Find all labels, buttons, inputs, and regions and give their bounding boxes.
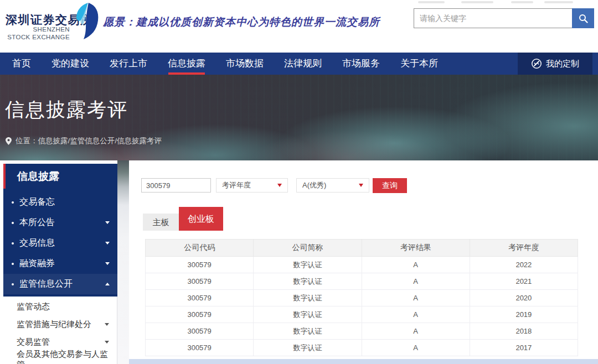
sidebar-title: 信息披露 — [3, 164, 117, 189]
chevron-down-icon — [105, 242, 110, 245]
site-search — [414, 8, 594, 28]
breadcrumb-text: 位置：信息披露/监管信息公开/信息披露考评 — [16, 136, 162, 146]
col-eval-year: 考评年度 — [470, 240, 578, 257]
my-custom-icon — [531, 58, 542, 69]
sidebar-item-regulatory-disclosure[interactable]: 监管信息公开 — [3, 274, 117, 294]
result-select[interactable]: A(优秀) — [296, 178, 369, 193]
sidebar-item-trading-info[interactable]: 交易信息 — [3, 233, 117, 253]
location-pin-icon — [6, 137, 12, 145]
submenu-item-regulatory-news[interactable]: 监管动态 — [3, 298, 117, 315]
col-company-name: 公司简称 — [254, 240, 362, 257]
chevron-down-icon — [277, 184, 282, 187]
table-row: 300579 数字认证 A 2020 — [146, 290, 578, 306]
search-icon — [579, 14, 588, 23]
table-row: 300579 数字认证 A 2018 — [146, 323, 578, 340]
nav-item-party-building[interactable]: 党的建设 — [51, 53, 89, 75]
nav-item-services[interactable]: 市场服务 — [342, 53, 380, 75]
chevron-down-icon — [105, 323, 109, 326]
sidebar-red-accent — [3, 164, 6, 189]
my-custom-button[interactable]: 我的定制 — [518, 53, 592, 75]
year-select[interactable]: 考评年度 — [216, 178, 288, 193]
col-company-code: 公司代码 — [146, 240, 254, 257]
results-table: 公司代码 公司简称 考评结果 考评年度 300579 数字认证 A 2022 3… — [145, 239, 578, 356]
chevron-down-icon — [105, 341, 109, 344]
col-eval-result: 考评结果 — [362, 240, 470, 257]
top-utility-links — [418, 0, 584, 4]
page: 深圳证券交易所 SHENZHEN STOCK EXCHANGE 愿景：建成以优质… — [0, 0, 598, 364]
bullet-dot — [12, 283, 14, 285]
tab-main-board[interactable]: 主板 — [143, 214, 179, 231]
breadcrumb[interactable]: 位置：信息披露/监管信息公开/信息披露考评 — [6, 136, 162, 146]
search-button[interactable] — [572, 8, 594, 28]
sidebar: 信息披露 交易备忘 本所公告 交易信息 融资融券 — [3, 164, 117, 364]
submenu-item-measures-discipline[interactable]: 监管措施与纪律处分 — [3, 315, 117, 333]
nav-item-home[interactable]: 首页 — [12, 53, 31, 75]
nav-item-about[interactable]: 关于本所 — [400, 53, 438, 75]
footer-strip — [129, 359, 598, 364]
submenu-item-trading-supervision[interactable]: 交易监管 — [3, 333, 117, 351]
sidebar-item-trading-memo[interactable]: 交易备忘 — [3, 192, 117, 212]
sidebar-items: 交易备忘 本所公告 交易信息 融资融券 监管信息公开 — [3, 189, 117, 297]
site-header: 深圳证券交易所 SHENZHEN STOCK EXCHANGE 愿景：建成以优质… — [0, 0, 598, 53]
sidebar-item-margin-trading[interactable]: 融资融券 — [3, 253, 117, 274]
my-custom-label: 我的定制 — [546, 59, 579, 69]
query-button[interactable]: 查询 — [373, 178, 407, 193]
nav-item-market-data[interactable]: 市场数据 — [226, 53, 264, 75]
sidebar-header: 信息披露 — [3, 164, 117, 189]
page-title: 信息披露考评 — [5, 97, 128, 123]
chevron-up-icon — [105, 283, 110, 285]
panel-gap-shade — [117, 160, 129, 364]
chevron-down-icon — [359, 184, 363, 187]
logo-en-text: SHENZHEN STOCK EXCHANGE — [2, 26, 70, 41]
bullet-dot — [12, 222, 14, 224]
szse-logo-icon — [71, 2, 99, 40]
sidebar-item-exchange-notices[interactable]: 本所公告 — [3, 212, 117, 233]
bullet-dot — [12, 201, 14, 204]
main-nav: 首页 党的建设 发行上市 信息披露 市场数据 法律规则 市场服务 关于本所 我的… — [0, 53, 598, 75]
main-panel: 考评年度 A(优秀) 查询 主板 创业板 公司代码 公司简称 考评结果 考评年度… — [129, 160, 598, 364]
company-code-input[interactable] — [141, 178, 211, 193]
submenu-item-member-supervision[interactable]: 会员及其他交易参与人监管 — [3, 351, 117, 364]
nav-item-rules[interactable]: 法律规则 — [284, 53, 322, 75]
chevron-down-icon — [105, 221, 110, 224]
bullet-dot — [12, 242, 14, 245]
bullet-dot — [12, 263, 14, 265]
search-input[interactable] — [414, 8, 572, 28]
tab-chinext-board[interactable]: 创业板 — [179, 207, 223, 231]
table-row: 300579 数字认证 A 2019 — [146, 306, 578, 323]
table-row: 300579 数字认证 A 2021 — [146, 273, 578, 290]
nav-item-listing[interactable]: 发行上市 — [110, 53, 147, 75]
chevron-down-icon — [105, 262, 110, 265]
nav-item-disclosure[interactable]: 信息披露 — [168, 53, 205, 75]
vision-slogan: 愿景：建成以优质创新资本中心为特色的世界一流交易所 — [103, 15, 380, 29]
hero-banner: 信息披露考评 位置：信息披露/监管信息公开/信息披露考评 — [0, 75, 598, 160]
table-row: 300579 数字认证 A 2017 — [146, 340, 578, 356]
table-row: 300579 数字认证 A 2022 — [146, 257, 578, 273]
table-header-row: 公司代码 公司简称 考评结果 考评年度 — [146, 240, 578, 257]
sidebar-submenu: 监管动态 监管措施与纪律处分 交易监管 会员及其他交易参与人监管 — [3, 297, 117, 364]
